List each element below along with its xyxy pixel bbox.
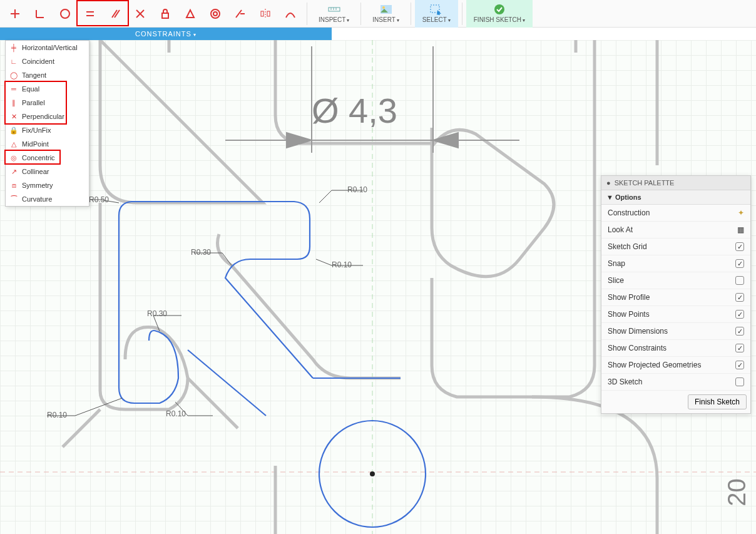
symmetry-icon[interactable] — [253, 1, 278, 26]
row-showpoints: Show Points ✓ — [601, 306, 750, 323]
finish-label: FINISH SKETCH — [474, 16, 521, 23]
check-showprofile[interactable]: ✓ — [735, 293, 744, 302]
dd-tangent[interactable]: ◯Tangent — [6, 68, 89, 82]
svg-rect-18 — [267, 11, 270, 16]
collapse-icon: ● — [606, 179, 611, 187]
dim-r010c[interactable]: R0.10 — [166, 409, 186, 418]
dd-equal[interactable]: ═Equal — [6, 82, 89, 96]
palette-finish-button[interactable]: Finish Sketch — [688, 394, 747, 409]
svg-point-12 — [211, 9, 220, 18]
row-construction: Construction ✦ — [601, 205, 750, 222]
svg-point-34 — [370, 471, 375, 476]
svg-line-32 — [188, 350, 266, 416]
svg-rect-19 — [329, 8, 340, 11]
construction-icon[interactable]: ✦ — [738, 208, 744, 217]
check-showprojected[interactable]: ✓ — [735, 361, 744, 369]
palette-options-header[interactable]: ▼ Options — [601, 190, 750, 205]
dd-fix[interactable]: 🔒Fix/UnFix — [6, 123, 89, 137]
dd-parallel[interactable]: ∥Parallel — [6, 96, 89, 110]
dd-concentric[interactable]: ◎Concentric — [6, 151, 89, 165]
collinear-icon[interactable] — [228, 1, 253, 26]
tangent-icon[interactable] — [53, 1, 78, 26]
row-sketchgrid: Sketch Grid ✓ — [601, 239, 750, 255]
check-showpoints[interactable]: ✓ — [735, 310, 744, 319]
check-3dsketch[interactable] — [735, 377, 744, 386]
dimension-main[interactable]: Ø 4,3 — [312, 90, 397, 131]
check-showdimensions[interactable]: ✓ — [735, 327, 744, 336]
check-icon — [493, 4, 506, 15]
palette-header[interactable]: ● SKETCH PALETTE — [601, 176, 750, 190]
dd-horizontal-vertical[interactable]: ╪Horizontal/Vertical — [6, 41, 89, 54]
select-button[interactable]: SELECT▾ — [415, 0, 458, 28]
select-label: SELECT — [422, 16, 447, 23]
perpendicular-icon[interactable] — [128, 1, 153, 26]
dim-r010b[interactable]: R0.10 — [332, 260, 352, 269]
check-showconstraints[interactable]: ✓ — [735, 344, 744, 352]
horizontal-vertical-icon[interactable] — [3, 1, 28, 26]
dim-r010d[interactable]: R0.10 — [47, 411, 67, 419]
row-slice: Slice — [601, 272, 750, 289]
coincident-icon[interactable] — [28, 1, 53, 26]
parallel-icon[interactable] — [103, 1, 128, 26]
dd-symmetry[interactable]: ⧈Symmetry — [6, 178, 89, 192]
svg-line-42 — [316, 259, 332, 265]
constraints-dropdown: ╪Horizontal/Vertical ∟Coincident ◯Tangen… — [5, 40, 89, 207]
concentric-icon[interactable] — [203, 1, 228, 26]
dd-coincident[interactable]: ∟Coincident — [6, 54, 89, 68]
svg-point-24 — [382, 6, 385, 9]
sketch-toolbar: INSPECT▾ INSERT▾ SELECT▾ FINISH SKETCH▾ — [0, 0, 756, 28]
dd-perpendicular[interactable]: ✕Perpendicular — [6, 110, 89, 123]
svg-marker-38 — [287, 133, 312, 148]
svg-point-4 — [61, 9, 69, 18]
svg-point-13 — [213, 12, 217, 16]
check-slice[interactable] — [735, 276, 744, 285]
midpoint-icon[interactable] — [178, 1, 203, 26]
row-showprofile: Show Profile ✓ — [601, 289, 750, 306]
finish-sketch-button[interactable]: FINISH SKETCH▾ — [466, 0, 533, 28]
dim-r030b[interactable]: R0.30 — [147, 309, 167, 318]
row-showconstraints: Show Constraints ✓ — [601, 340, 750, 357]
dim-r030a[interactable]: R0.30 — [191, 248, 211, 257]
check-sketchgrid[interactable]: ✓ — [735, 242, 744, 251]
equal-icon[interactable] — [78, 1, 103, 26]
row-snap: Snap ✓ — [601, 255, 750, 272]
sketch-palette: ● SKETCH PALETTE ▼ Options Construction … — [601, 175, 751, 414]
row-lookat: Look At ▦ — [601, 222, 750, 239]
dimension-side[interactable]: 20 — [723, 478, 751, 506]
dd-midpoint[interactable]: △MidPoint — [6, 137, 89, 151]
image-icon — [379, 4, 393, 15]
dd-curvature[interactable]: ⁀Curvature — [6, 192, 89, 206]
svg-rect-11 — [162, 13, 168, 18]
constraints-panel-label[interactable]: CONSTRAINTS ▾ — [0, 28, 332, 40]
row-3dsketch: 3D Sketch — [601, 374, 750, 391]
dim-r050[interactable]: R0.50 — [89, 195, 109, 204]
inspect-label: INSPECT — [319, 16, 345, 23]
row-showprojected: Show Projected Geometries ✓ — [601, 357, 750, 374]
row-showdimensions: Show Dimensions ✓ — [601, 323, 750, 340]
curvature-icon[interactable] — [278, 1, 303, 26]
insert-button[interactable]: INSERT▾ — [365, 0, 407, 28]
svg-point-26 — [494, 4, 504, 14]
svg-line-40 — [319, 190, 332, 203]
svg-rect-17 — [261, 11, 263, 16]
lock-icon[interactable] — [153, 1, 178, 26]
inspect-button[interactable]: INSPECT▾ — [311, 0, 357, 28]
lookat-icon[interactable]: ▦ — [737, 225, 744, 234]
ruler-icon — [327, 4, 341, 15]
dd-collinear[interactable]: ↗Collinear — [6, 165, 89, 178]
dim-r010a[interactable]: R0.10 — [347, 185, 367, 194]
check-snap[interactable]: ✓ — [735, 259, 744, 268]
insert-label: INSERT — [372, 16, 396, 23]
cursor-icon — [429, 4, 443, 15]
